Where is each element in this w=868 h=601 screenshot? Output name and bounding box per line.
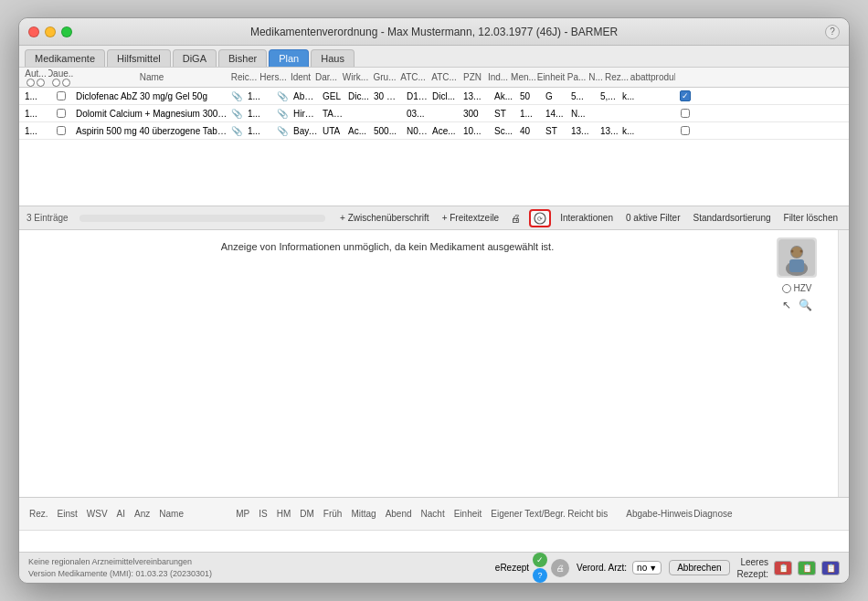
verord-arzt-select[interactable]: no ▼: [632, 561, 662, 575]
col-daue: Daue...: [48, 69, 74, 87]
lower-col-mp: MP: [233, 509, 252, 519]
interaction-icon: ⟳: [534, 212, 546, 225]
maximize-button[interactable]: [61, 26, 72, 37]
rezept-icon1[interactable]: 📋: [774, 561, 792, 575]
cell-daue: [48, 126, 74, 135]
patient-avatar: [777, 237, 817, 278]
lower-col-reicht: Reicht bis: [565, 509, 619, 519]
active-filters-button[interactable]: 0 aktive Filter: [622, 212, 683, 224]
col-name: Name: [74, 72, 229, 82]
tab-diga[interactable]: DiGA: [173, 49, 217, 67]
col-dar: Dar...: [313, 72, 339, 82]
col-wirk: Wirk...: [339, 72, 372, 82]
lower-col-einheit: Einheit: [451, 509, 485, 519]
standard-sort-button[interactable]: Standardsortierung: [689, 212, 774, 224]
cell-hers: Bay... 25...: [291, 126, 321, 136]
lower-col-hm: HM: [274, 509, 294, 519]
cell-reic: 1...: [246, 126, 275, 136]
lower-col-dm: DM: [297, 509, 317, 519]
rezept-icon3[interactable]: 📋: [821, 561, 840, 575]
hzv-radio[interactable]: [782, 284, 791, 293]
daue-checkbox[interactable]: [57, 126, 66, 135]
cell-name: Aspirin 500 mg 40 überzogene Tablet...: [74, 126, 229, 136]
verord-arzt-group: Verord. Arzt: no ▼: [577, 561, 662, 575]
cell-rabatt: [662, 109, 708, 118]
col-atc1: ATC...: [397, 72, 429, 82]
clear-filter-button[interactable]: Filter löschen: [780, 212, 842, 224]
dosing-rows-area: [19, 530, 849, 552]
help-button[interactable]: ?: [825, 25, 840, 39]
cell-ident: GEL: [321, 91, 346, 101]
col-daue-radio[interactable]: [52, 79, 60, 87]
col-aut-radio2[interactable]: [37, 79, 45, 87]
svg-point-8: [800, 250, 803, 253]
col-hers: Hers...: [259, 72, 288, 82]
cell-ident: UTA: [321, 126, 346, 136]
status-info: Keine regionalen Arzneimittelvereinbarun…: [28, 556, 488, 579]
lower-col-mittag: Mittag: [348, 509, 378, 519]
table-row[interactable]: 1... Aspirin 500 mg 40 überzogene Tablet…: [19, 122, 849, 140]
chevron-down-icon: ▼: [649, 564, 657, 573]
hzv-label: HZV: [794, 283, 812, 293]
paperclip2-icon: 📎: [275, 109, 291, 119]
cell-men: G: [544, 91, 569, 101]
print-button[interactable]: 🖨: [508, 212, 524, 225]
tab-plan[interactable]: Plan: [269, 49, 309, 67]
svg-point-7: [791, 250, 794, 253]
interaction-circle-button[interactable]: ⟳: [529, 209, 551, 227]
traffic-lights: [28, 26, 72, 37]
col-daue-radio2[interactable]: [62, 79, 70, 87]
avatar-image: [778, 239, 815, 276]
cell-n: k...: [620, 126, 637, 136]
rezept-icon2[interactable]: 📋: [798, 561, 816, 575]
lower-col-text: Eigener Text/Begr.: [488, 509, 561, 519]
table-row[interactable]: 1... Dolomit Calcium + Magnesium 300 St.…: [19, 105, 849, 122]
table-row[interactable]: 1... Diclofenac AbZ 30 mg/g Gel 50g 📎 1.…: [19, 88, 849, 105]
cell-n: k...: [620, 91, 637, 101]
abbrechen-button[interactable]: Abbrechen: [669, 560, 729, 575]
tab-bisher[interactable]: Bisher: [218, 49, 267, 67]
add-free-button[interactable]: + Freitextzeile: [439, 212, 503, 224]
tab-medikamente[interactable]: Medikamente: [25, 49, 105, 67]
rabatt-checkbox[interactable]: [681, 126, 690, 135]
leeres-rezept-label: Leeres Rezept:: [737, 556, 768, 580]
col-atc2: ATC...: [429, 72, 460, 82]
close-button[interactable]: [28, 26, 39, 37]
erezept-icons: ✓ ?: [533, 553, 547, 583]
daue-checkbox[interactable]: [57, 109, 66, 118]
search-icon[interactable]: 🔍: [799, 299, 812, 311]
paperclip2-icon: 📎: [275, 91, 291, 101]
cell-aut: 1...: [23, 126, 48, 136]
cell-atc2: 10...: [461, 126, 492, 136]
erezept-printer-icon[interactable]: 🖨: [551, 559, 569, 577]
erezept-green-icon[interactable]: ✓: [533, 553, 547, 567]
scrollbar[interactable]: [838, 230, 849, 497]
add-header-button[interactable]: + Zwischenüberschrift: [336, 212, 433, 224]
col-aut-radio[interactable]: [26, 79, 35, 87]
tab-bar: Medikamente Hilfsmittel DiGA Bisher Plan…: [19, 46, 849, 68]
verord-arzt-label: Verord. Arzt:: [577, 563, 627, 573]
arrow-icon: ↖: [782, 299, 791, 311]
interactions-button[interactable]: Interaktionen: [556, 212, 617, 224]
cell-gru: D11...: [405, 91, 430, 101]
minimize-button[interactable]: [45, 26, 56, 37]
lower-col-anz: Anz: [132, 509, 153, 519]
tab-haus[interactable]: Haus: [311, 49, 355, 67]
cell-gru: 03...: [405, 109, 430, 119]
cell-reic: 1...: [246, 109, 275, 119]
tab-hilfsmittel[interactable]: Hilfsmittel: [107, 49, 171, 67]
cell-atc1: Dicl...: [430, 91, 461, 101]
erezept-blue-icon[interactable]: ?: [533, 568, 547, 583]
svg-text:⟳: ⟳: [537, 216, 543, 222]
hzv-row: HZV: [782, 283, 812, 293]
rabatt-checkbox[interactable]: [681, 109, 690, 118]
cell-hers: Hiru... 170...: [291, 109, 321, 119]
lower-section: Rez. Einst WSV AI Anz Name MP IS HM DM F…: [19, 497, 849, 530]
daue-checkbox[interactable]: [57, 91, 66, 100]
lower-col-fruh: Früh: [321, 509, 345, 519]
col-pa: Pa...: [566, 72, 587, 82]
cell-pzn: ST: [492, 109, 518, 119]
cell-rabatt: ✓: [662, 90, 708, 101]
cell-dar: Dic...: [346, 91, 372, 101]
titlebar: Medikamentenverordnung - Max Mustermann,…: [19, 18, 849, 46]
